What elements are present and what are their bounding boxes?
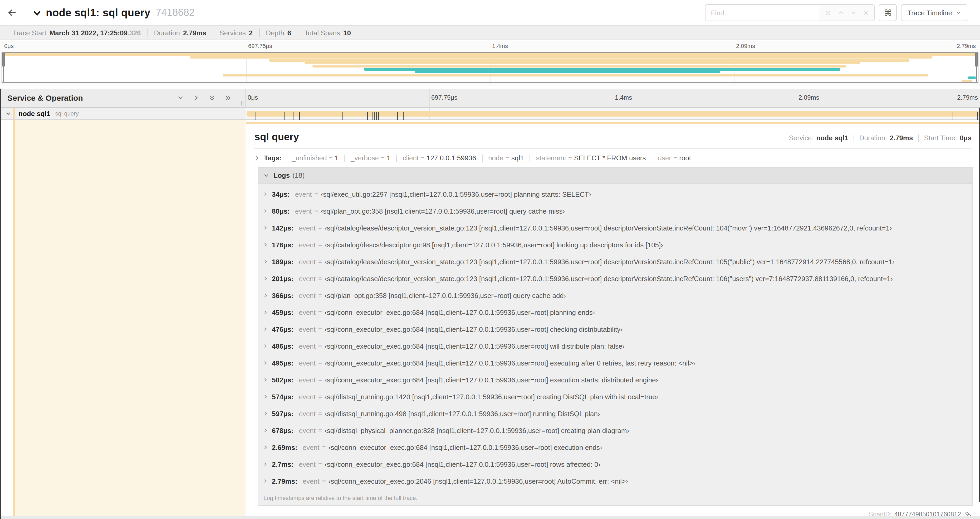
equals-sign: = [315, 207, 318, 215]
log-timestamp: 80μs: [272, 207, 290, 215]
chevron-right-icon[interactable] [263, 192, 268, 197]
expand-all-icon[interactable] [224, 94, 231, 101]
minimap-right-drag-handle[interactable] [974, 53, 978, 82]
log-entry[interactable]: 189μs: event = ‹sql/catalog/lease/descri… [258, 253, 972, 270]
keyboard-shortcuts-button[interactable]: ⌘ [879, 4, 897, 21]
tag-item: _verbose = 1 [344, 154, 396, 162]
chevron-right-icon[interactable] [263, 377, 268, 382]
column-resizer-grip[interactable] [241, 101, 243, 105]
log-timestamp: 459μs: [272, 308, 293, 316]
log-entry[interactable]: 678μs: event = ‹sql/distsql_physical_pla… [258, 422, 972, 439]
log-entry[interactable]: 476μs: event = ‹sql/conn_executor_exec.g… [258, 321, 972, 338]
chevron-right-icon[interactable] [263, 326, 268, 332]
minimap-left-drag-handle[interactable] [2, 53, 6, 82]
equals-sign: = [318, 460, 322, 468]
chevron-right-icon[interactable] [263, 394, 268, 399]
log-entry[interactable]: 502μs: event = ‹sql/conn_executor_exec.g… [258, 371, 972, 388]
chevron-right-icon[interactable] [263, 225, 268, 230]
log-timestamp: 502μs: [272, 376, 293, 384]
chevron-down-icon[interactable] [5, 110, 11, 116]
span-tree-gutter [0, 120, 245, 516]
chevron-right-icon[interactable] [263, 208, 268, 214]
trace-meta-item: Services 2 [213, 29, 259, 37]
log-entry[interactable]: 2.7ms: event = ‹sql/conn_executor_exec.g… [258, 456, 972, 473]
locate-icon[interactable] [824, 9, 831, 16]
chevron-right-icon[interactable] [255, 155, 260, 161]
log-entry[interactable]: 176μs: event = ‹sql/catalog/descs/descri… [258, 236, 972, 253]
log-entry[interactable]: 201μs: event = ‹sql/catalog/lease/descri… [258, 270, 972, 287]
logs-header[interactable]: Logs (18) [258, 168, 972, 184]
page-header: node sql1: sql query 7418682 [0, 0, 980, 25]
chevron-right-icon[interactable] [263, 276, 268, 281]
chevron-right-icon[interactable] [263, 360, 268, 366]
log-entry[interactable]: 2.69ms: event = ‹sql/conn_executor_exec.… [258, 439, 972, 456]
log-entry[interactable]: 2.79ms: event = ‹sql/conn_executor_exec.… [258, 473, 972, 489]
collapse-one-icon[interactable] [177, 94, 184, 101]
detail-operation-title: sql query [255, 131, 299, 143]
minimap-canvas[interactable] [2, 52, 978, 83]
tag-item: user = root [652, 154, 697, 162]
chevron-right-icon[interactable] [263, 445, 268, 450]
equals-sign: = [318, 326, 322, 333]
chevron-down-icon[interactable] [33, 8, 41, 17]
chevron-right-icon[interactable] [263, 310, 268, 315]
expand-one-icon[interactable] [193, 94, 200, 101]
span-row-timeline-cell[interactable] [245, 108, 980, 120]
equals-sign: = [421, 154, 425, 162]
meta-label: Services [220, 29, 246, 37]
close-icon[interactable] [863, 10, 869, 16]
log-entry[interactable]: 34μs: event = ‹sql/exec_util.go:2297 [ns… [258, 186, 972, 203]
log-field-key: event [299, 275, 316, 283]
log-entry[interactable]: 142μs: event = ‹sql/catalog/lease/descri… [258, 219, 972, 236]
log-timestamp: 495μs: [272, 359, 293, 367]
chevron-right-icon[interactable] [263, 478, 268, 484]
tags-label: Tags: [264, 154, 282, 162]
trace-meta-item: Total Spans 10 [298, 29, 357, 37]
find-box [705, 4, 875, 21]
span-row-name-cell[interactable]: node sql1 sql query [0, 108, 245, 120]
chevron-down-icon[interactable] [850, 10, 857, 16]
log-field-value: ‹sql/plan_opt.go:358 [nsql1,client=127.0… [325, 291, 566, 299]
log-entry[interactable]: 80μs: event = ‹sql/plan_opt.go:358 [nsql… [258, 203, 972, 219]
view-selector-button[interactable]: Trace Timeline [901, 4, 967, 21]
chevron-right-icon[interactable] [263, 462, 268, 467]
meta-suffix: .326 [127, 29, 141, 37]
ruler-tick-label: 697.75μs [431, 94, 457, 101]
log-field-value: ‹sql/plan_opt.go:358 [nsql1,client=127.0… [321, 207, 565, 215]
chevron-right-icon[interactable] [263, 242, 268, 248]
chevron-right-icon[interactable] [263, 293, 268, 298]
collapse-all-icon[interactable] [208, 94, 215, 101]
find-input[interactable] [705, 5, 819, 21]
detail-meta-label: Duration: [859, 134, 887, 142]
log-timestamp: 2.7ms: [272, 460, 293, 468]
tag-value: SELECT * FROM users [574, 154, 646, 162]
tag-value: sql1 [511, 154, 524, 162]
chevron-down-icon [956, 10, 961, 15]
log-field-key: event [299, 359, 316, 367]
log-entry[interactable]: 486μs: event = ‹sql/conn_executor_exec.g… [258, 338, 972, 355]
right-scrollbar[interactable] [979, 108, 980, 502]
arrow-left-icon [8, 8, 16, 17]
trace-meta-item: Depth 6 [259, 29, 298, 37]
log-entry[interactable]: 574μs: event = ‹sql/distsql_running.go:1… [258, 388, 972, 405]
span-duration-bar[interactable] [247, 111, 979, 117]
log-entry[interactable]: 597μs: event = ‹sql/distsql_running.go:4… [258, 405, 972, 422]
log-entry[interactable]: 366μs: event = ‹sql/plan_opt.go:358 [nsq… [258, 287, 972, 304]
tags-row[interactable]: Tags: _unfinished = 1 _verbose = 1 [246, 149, 980, 166]
log-entry[interactable]: 495μs: event = ‹sql/conn_executor_exec.g… [258, 355, 972, 371]
minimap-span-bar [415, 71, 720, 73]
log-entry[interactable]: 459μs: event = ‹sql/conn_executor_exec.g… [258, 304, 972, 321]
log-field-key: event [299, 224, 316, 232]
chevron-right-icon[interactable] [263, 343, 268, 349]
chevron-right-icon[interactable] [263, 411, 268, 416]
chevron-up-icon[interactable] [838, 10, 844, 16]
log-field-value: ‹sql/conn_executor_exec.go:684 [nsql1,cl… [325, 460, 600, 468]
chevron-right-icon[interactable] [263, 259, 268, 264]
minimap-span-bar [191, 56, 932, 59]
back-button[interactable] [0, 0, 24, 25]
detail-meta-value: node sql1 [816, 134, 848, 142]
chevron-right-icon[interactable] [263, 428, 268, 433]
ruler-gridline [613, 89, 613, 107]
meta-label: Depth [266, 29, 284, 37]
left-scrollbar[interactable] [0, 89, 1, 519]
